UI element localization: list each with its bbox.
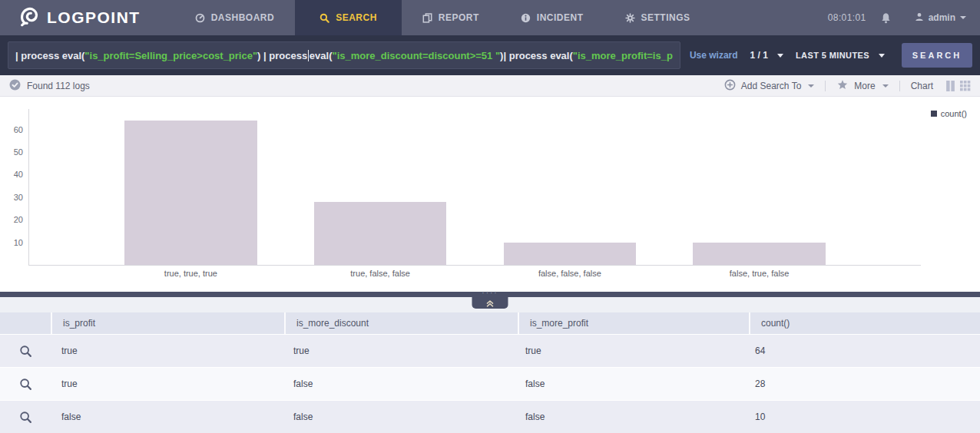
nav-item-label: INCIDENT xyxy=(537,12,584,23)
add-search-icon xyxy=(724,79,736,93)
bar-3[interactable] xyxy=(504,243,637,265)
nav-item-incident[interactable]: INCIDENT xyxy=(500,0,604,35)
table-header-is_more_profit[interactable]: is_more_profit xyxy=(519,312,749,334)
query-segment-plain: eval( xyxy=(310,50,333,61)
bar-group: true, false, false xyxy=(286,109,475,265)
chevron-down-icon xyxy=(882,84,889,88)
y-axis-tick: 10 xyxy=(14,238,23,247)
bar-group: false, false, false xyxy=(475,109,665,265)
query-segment-plain: )| process eval( xyxy=(500,50,573,61)
divider xyxy=(825,81,826,91)
column-chart-view-icon[interactable] xyxy=(945,81,955,91)
star-icon xyxy=(836,79,849,93)
logpoint-logo[interactable]: LOGPOINT xyxy=(18,5,141,30)
add-search-to-button[interactable]: Add Search To xyxy=(724,79,815,93)
found-logs-text: Found 112 logs xyxy=(27,81,90,91)
search-button[interactable]: SEARCH xyxy=(902,43,972,68)
logpoint-logo-icon xyxy=(18,5,40,30)
table-row: falsefalsefalse10 xyxy=(0,401,980,433)
grid-view-icon[interactable] xyxy=(960,81,971,91)
chevron-down-icon xyxy=(960,16,966,19)
table-header-is_profit[interactable]: is_profit xyxy=(52,312,284,334)
clock: 08:01:01 xyxy=(828,12,866,23)
nav-item-label: DASHBOARD xyxy=(211,12,275,23)
cell-is_more_discount: false xyxy=(283,378,515,389)
more-button[interactable]: More xyxy=(836,79,888,93)
chevrons-up-icon xyxy=(486,296,495,310)
table-header-is_more_discount[interactable]: is_more_discount xyxy=(286,312,518,334)
bar-2[interactable] xyxy=(314,202,447,265)
text-cursor xyxy=(308,50,309,61)
info-icon xyxy=(521,13,531,23)
y-axis-tick: 40 xyxy=(14,170,23,179)
magnifier-icon[interactable] xyxy=(19,345,32,358)
chart-bars: true, true, truetrue, false, falsefalse,… xyxy=(96,109,854,265)
time-range-selector[interactable]: LAST 5 MINUTES xyxy=(796,51,869,60)
query-bar: | process eval("is_profit=Selling_price>… xyxy=(0,35,980,75)
cell-is_more_profit: false xyxy=(515,412,744,422)
y-axis-tick: 20 xyxy=(14,215,23,224)
nav-item-label: SETTINGS xyxy=(641,12,690,23)
query-segment-string: "is_more_profit=is_p xyxy=(573,50,673,61)
cell-is_more_discount: true xyxy=(283,345,515,356)
status-actions: Add Search To More Chart xyxy=(724,79,971,93)
nav-item-label: REPORT xyxy=(439,12,479,23)
found-logs: Found 112 logs xyxy=(9,79,90,93)
check-circle-icon xyxy=(9,79,21,93)
chart-legend[interactable]: count() xyxy=(931,109,967,118)
nav-item-report[interactable]: REPORT xyxy=(402,0,500,35)
gauge-icon xyxy=(195,13,205,23)
bar-group: false, true, false xyxy=(664,109,854,265)
nav-item-search[interactable]: SEARCH xyxy=(295,0,402,35)
main-nav: DASHBOARDSEARCHREPORTINCIDENTSETTINGS xyxy=(174,0,711,35)
nav-item-settings[interactable]: SETTINGS xyxy=(604,0,711,35)
cell-is_more_profit: false xyxy=(515,378,744,389)
notifications-bell-icon[interactable] xyxy=(880,12,892,24)
query-pagination: 1 / 1 xyxy=(750,50,768,61)
cell-is_more_discount: false xyxy=(283,412,515,422)
pagination-chevron-down-icon[interactable] xyxy=(777,54,783,58)
bar-1[interactable] xyxy=(124,121,257,265)
time-range-chevron-down-icon[interactable] xyxy=(879,54,885,58)
bar-4[interactable] xyxy=(693,243,826,265)
user-icon xyxy=(915,12,924,24)
divider xyxy=(899,81,900,91)
table-body: truetruetrue64truefalsefalse28falsefalse… xyxy=(0,335,980,433)
table-row: truefalsefalse28 xyxy=(0,368,980,400)
results-table: is_profitis_more_discountis_more_profitc… xyxy=(0,312,980,433)
drag-dots: ···· xyxy=(482,290,498,296)
y-axis-tick: 60 xyxy=(14,125,23,134)
query-segment-string: "is_more_discount=discount>=51 " xyxy=(333,50,501,61)
chart-label: Chart xyxy=(911,81,933,91)
cell-count: 64 xyxy=(744,345,980,356)
legend-swatch xyxy=(931,111,937,117)
query-segment-plain: | process eval( xyxy=(15,50,84,61)
search-query-input[interactable]: | process eval("is_profit=Selling_price>… xyxy=(8,41,680,69)
more-label: More xyxy=(854,81,875,91)
bar-group: true, true, true xyxy=(96,109,286,265)
top-nav: LOGPOINT DASHBOARDSEARCHREPORTINCIDENTSE… xyxy=(0,0,980,35)
collapse-table-button[interactable] xyxy=(472,297,508,309)
cell-is_profit: false xyxy=(51,412,283,422)
user-menu[interactable]: admin xyxy=(915,12,966,24)
cell-count: 28 xyxy=(744,378,980,389)
chart-plot-area: true, true, truetrue, false, falsefalse,… xyxy=(28,109,921,266)
panel-divider: ···· xyxy=(0,292,980,297)
nav-item-label: SEARCH xyxy=(336,12,377,23)
cell-is_profit: true xyxy=(51,378,283,389)
nav-right: 08:01:01 admin xyxy=(828,12,966,24)
cell-count: 10 xyxy=(744,412,980,422)
y-axis-tick: 30 xyxy=(14,193,23,202)
add-search-to-label: Add Search To xyxy=(741,81,802,91)
use-wizard-link[interactable]: Use wizard xyxy=(690,50,738,61)
table-header-count[interactable]: count() xyxy=(750,312,980,334)
query-segment-string: "is_profit=Selling_price>cost_price" xyxy=(84,50,257,61)
chevron-down-icon xyxy=(808,84,814,88)
magnifier-icon[interactable] xyxy=(19,411,32,424)
nav-item-dashboard[interactable]: DASHBOARD xyxy=(174,0,296,35)
magnifier-icon[interactable] xyxy=(19,378,32,391)
table-row: truetruetrue64 xyxy=(0,335,980,367)
legend-series-label: count() xyxy=(941,109,967,118)
brand-name: LOGPOINT xyxy=(47,8,141,27)
gear-icon xyxy=(625,13,635,23)
